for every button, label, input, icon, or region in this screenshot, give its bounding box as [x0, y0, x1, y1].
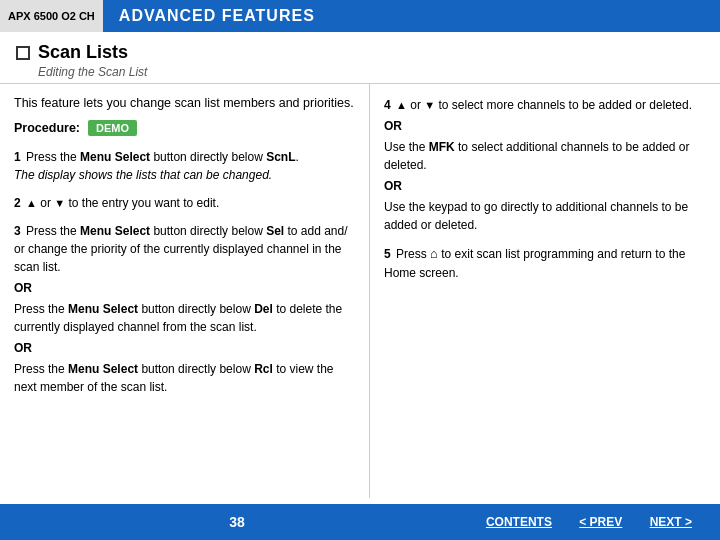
footer-page-number: 38 — [0, 514, 474, 530]
right-panel: 4 ▲ or ▼ to select more channels to be a… — [370, 84, 720, 498]
footer-nav: CONTENTS < PREV NEXT > — [474, 515, 704, 529]
procedure-label: Procedure: DEMO — [14, 120, 355, 136]
procedure-text: Procedure: — [14, 121, 80, 135]
step-3: 3 Press the Menu Select button directly … — [14, 222, 355, 396]
page-title: Scan Lists — [38, 42, 128, 63]
page-subtitle: Editing the Scan List — [38, 65, 704, 79]
demo-badge: DEMO — [88, 120, 137, 136]
contents-button[interactable]: CONTENTS — [474, 515, 564, 529]
step-4-number: 4 — [384, 98, 391, 112]
home-icon: ⌂ — [430, 244, 438, 264]
step-4: 4 ▲ or ▼ to select more channels to be a… — [384, 96, 706, 234]
page-title-area: Scan Lists Editing the Scan List — [0, 32, 720, 84]
step-2: 2 ▲ or ▼ to the entry you want to edit. — [14, 194, 355, 212]
up-arrow-icon-2: ▲ — [396, 97, 407, 114]
prev-button[interactable]: < PREV — [567, 515, 634, 529]
next-button[interactable]: NEXT > — [638, 515, 704, 529]
up-arrow-icon: ▲ — [26, 195, 37, 212]
or-text-2: OR — [14, 339, 355, 357]
step-1: 1 Press the Menu Select button directly … — [14, 148, 355, 184]
header-title: ADVANCED FEATURES — [103, 7, 315, 25]
step-1-sub: The display shows the lists that can be … — [14, 168, 272, 182]
or-text-3: OR — [384, 117, 706, 135]
header-badge: APX 6500 O2 CH — [0, 0, 103, 32]
header: APX 6500 O2 CH ADVANCED FEATURES — [0, 0, 720, 32]
left-panel: This feature lets you change scan list m… — [0, 84, 370, 498]
step-5: 5 Press ⌂ to exit scan list programming … — [384, 244, 706, 282]
intro-text: This feature lets you change scan list m… — [14, 96, 355, 110]
step-3-number: 3 — [14, 224, 21, 238]
down-arrow-icon-2: ▼ — [424, 97, 435, 114]
down-arrow-icon: ▼ — [54, 195, 65, 212]
main-content: This feature lets you change scan list m… — [0, 84, 720, 498]
checkbox-icon — [16, 46, 30, 60]
step-5-number: 5 — [384, 247, 391, 261]
footer: 38 CONTENTS < PREV NEXT > — [0, 504, 720, 540]
or-text-4: OR — [384, 177, 706, 195]
or-text-1: OR — [14, 279, 355, 297]
step-1-number: 1 — [14, 150, 21, 164]
step-2-number: 2 — [14, 196, 21, 210]
